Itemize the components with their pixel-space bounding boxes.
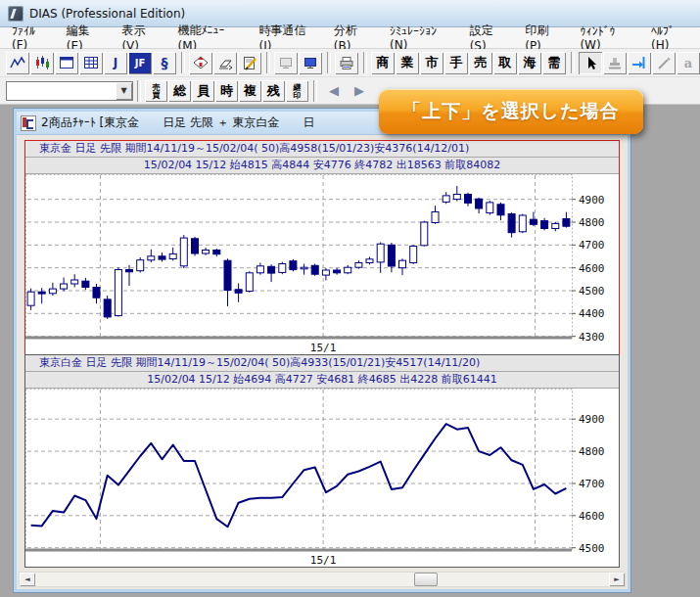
platinum-chart-title: 東京白金 日足 先限 期間14/11/19～15/02/04( 50)高4933… bbox=[25, 355, 619, 372]
kanji-button-市[interactable]: 市 bbox=[420, 52, 443, 74]
chart-panel-platinum[interactable]: 東京白金 日足 先限 期間14/11/19～15/02/04( 50)高4933… bbox=[24, 354, 620, 568]
dropdown-button[interactable]: ▼ bbox=[116, 82, 132, 100]
home-button[interactable] bbox=[189, 52, 212, 74]
horizontal-scrollbar[interactable]: ◄ ► bbox=[19, 572, 626, 587]
menu-bar: ﾌｧｲﾙ(F)編集(E)表示(V)機能ﾒﾆｭｰ(M)時事通信(J)分析(B)ｼﾐ… bbox=[0, 27, 700, 49]
cursor-icon bbox=[582, 55, 599, 70]
platinum-chart-quote: 15/02/04 15/12 始4694 高4727 安4681 終4685 出… bbox=[25, 372, 619, 389]
print-button[interactable] bbox=[335, 52, 358, 74]
jf-button[interactable]: JF bbox=[128, 52, 152, 74]
svg-text:4500: 4500 bbox=[579, 542, 605, 555]
chart-window-content: 東京金 日足 先限 期間14/11/19～15/02/04( 50)高4958(… bbox=[17, 135, 628, 590]
quick-button-売買[interactable]: 売 買 bbox=[145, 80, 167, 102]
quick-button-員[interactable]: 員 bbox=[192, 80, 214, 102]
sync-icon: § bbox=[162, 55, 168, 70]
svg-text:4600: 4600 bbox=[579, 510, 605, 523]
jf-icon: JF bbox=[135, 58, 146, 69]
scroll-right-icon: ► bbox=[614, 575, 619, 583]
chart-window-icon bbox=[21, 115, 36, 131]
quick-button-継印[interactable]: 継 印 bbox=[286, 80, 308, 102]
blue-arrow-icon bbox=[630, 55, 648, 70]
stamp-button[interactable] bbox=[603, 52, 627, 74]
gold-chart-quote: 15/02/04 15/12 始4815 高4844 安4776 終4782 出… bbox=[25, 158, 619, 174]
svg-text:4900: 4900 bbox=[579, 413, 605, 426]
kanji-button-group: 商業市手売取海需 bbox=[371, 52, 567, 74]
app-icon bbox=[8, 6, 23, 22]
platinum-line-chart[interactable]: 4500460047004800490015/1 bbox=[25, 389, 617, 567]
app-window: DIAS (Professional Edition) ﾌｧｲﾙ(F)編集(E)… bbox=[0, 0, 700, 597]
pen-icon bbox=[655, 55, 673, 70]
kanji-button-業[interactable]: 業 bbox=[396, 52, 419, 74]
annotation-callout: 「上下」を選択した場合 bbox=[379, 89, 643, 134]
toolbar-separator bbox=[181, 52, 185, 73]
line-chart-icon bbox=[9, 55, 26, 70]
monitor-on-icon bbox=[302, 55, 319, 70]
text-a-button[interactable]: a bbox=[677, 52, 700, 74]
grid-icon bbox=[82, 55, 100, 70]
gold-candlestick-chart[interactable]: 430044004500460047004800490015/1 bbox=[25, 174, 617, 354]
quick-button-総[interactable]: 総 bbox=[168, 80, 191, 102]
chart-window: 2商品ﾁｬｰﾄ [東京金 日足 先限 ＋ 東京白金 日 東京金 日足 先限 期間… bbox=[14, 109, 630, 592]
svg-text:4700: 4700 bbox=[579, 478, 605, 490]
memo-button[interactable] bbox=[238, 52, 261, 74]
gold-chart-title: 東京金 日足 先限 期間14/11/19～15/02/04( 50)高4958(… bbox=[25, 141, 619, 158]
pen-button[interactable] bbox=[652, 52, 676, 74]
svg-text:4800: 4800 bbox=[579, 445, 605, 458]
window-icon bbox=[58, 55, 75, 70]
scroll-left-icon: ◄ bbox=[24, 575, 29, 583]
quick-button-label: 継 印 bbox=[294, 83, 302, 99]
toolbar-row-1: J JF § 商業市手売取海需 bbox=[0, 49, 700, 77]
quick-button-時[interactable]: 時 bbox=[215, 80, 238, 102]
nav-left-icon: ◀ bbox=[329, 83, 339, 98]
chart-window-title: 2商品ﾁｬｰﾄ [東京金 日足 先限 ＋ 東京白金 日 bbox=[41, 115, 315, 131]
window-title: DIAS (Professional Edition) bbox=[29, 7, 185, 21]
svg-text:4800: 4800 bbox=[579, 216, 605, 229]
kanji-button-取[interactable]: 取 bbox=[493, 52, 517, 74]
grid-view-button[interactable] bbox=[79, 52, 103, 74]
nav-right-icon: ▶ bbox=[354, 83, 364, 98]
quick-button-複[interactable]: 複 bbox=[239, 80, 261, 102]
chevron-down-icon: ▼ bbox=[120, 86, 126, 95]
svg-text:4900: 4900 bbox=[579, 194, 605, 207]
svg-text:4400: 4400 bbox=[579, 307, 605, 320]
kanji-button-海[interactable]: 海 bbox=[518, 52, 541, 74]
svg-text:4500: 4500 bbox=[579, 285, 605, 298]
monitor-off-icon bbox=[277, 55, 295, 70]
kanji-button-手[interactable]: 手 bbox=[444, 52, 468, 74]
candle-chart-button[interactable] bbox=[30, 52, 54, 74]
cursor-button[interactable] bbox=[579, 52, 602, 74]
toolbar-separator bbox=[137, 80, 141, 102]
kanji-button-商[interactable]: 商 bbox=[371, 52, 395, 74]
printer-icon bbox=[338, 55, 355, 70]
stamp-icon bbox=[606, 55, 624, 70]
step-arrow-button[interactable] bbox=[628, 52, 651, 74]
scroll-left-button[interactable]: ◄ bbox=[20, 573, 35, 586]
scroll-right-button[interactable]: ► bbox=[609, 573, 625, 586]
prev-button[interactable]: ◀ bbox=[321, 80, 347, 102]
single-window-button[interactable] bbox=[55, 52, 78, 74]
eraser-button[interactable] bbox=[213, 52, 237, 74]
scrollbar-thumb[interactable] bbox=[414, 573, 438, 586]
svg-text:15/1: 15/1 bbox=[310, 554, 337, 567]
next-button[interactable]: ▶ bbox=[347, 80, 372, 102]
monitor-grey-button[interactable] bbox=[274, 52, 298, 74]
j-button[interactable]: J bbox=[104, 52, 127, 74]
toolbar-separator bbox=[313, 80, 317, 102]
kanji-button-売[interactable]: 売 bbox=[469, 52, 492, 74]
toolbar-separator bbox=[363, 52, 367, 73]
j-icon: J bbox=[114, 56, 117, 69]
monitor-blue-button[interactable] bbox=[299, 52, 322, 74]
eraser-icon bbox=[216, 55, 234, 70]
symbol-combobox[interactable]: ▼ bbox=[6, 81, 133, 101]
svg-text:4600: 4600 bbox=[579, 262, 605, 275]
quick-button-残[interactable]: 残 bbox=[262, 80, 285, 102]
kanji-button-需[interactable]: 需 bbox=[542, 52, 566, 74]
toolbar-separator bbox=[571, 52, 575, 73]
sync-button[interactable]: § bbox=[153, 52, 176, 74]
chart-panel-gold[interactable]: 東京金 日足 先限 期間14/11/19～15/02/04( 50)高4958(… bbox=[24, 140, 620, 355]
toolbar-separator bbox=[327, 52, 331, 73]
home-icon bbox=[192, 55, 210, 70]
line-chart-button[interactable] bbox=[6, 52, 29, 74]
svg-text:15/1: 15/1 bbox=[310, 342, 337, 354]
toolbar-separator bbox=[266, 52, 270, 73]
